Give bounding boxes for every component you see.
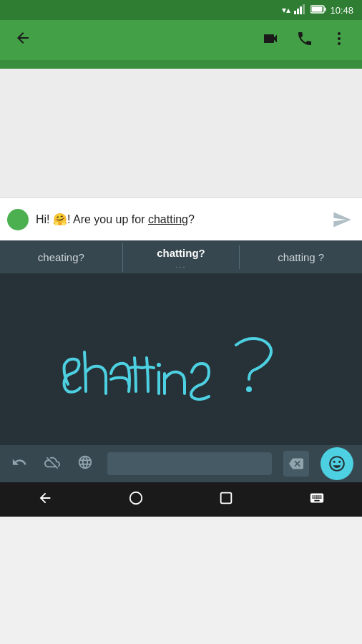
nav-recents-button[interactable] (204, 484, 248, 514)
svg-point-11 (246, 386, 252, 392)
svg-point-12 (130, 492, 142, 504)
svg-rect-6 (312, 6, 323, 11)
svg-rect-3 (303, 4, 305, 14)
autocomplete-dots: ... (175, 260, 186, 269)
handwriting-area[interactable] (0, 273, 362, 445)
autocomplete-chatting[interactable]: chatting? (154, 245, 208, 260)
status-bar: ▾▴ 10:48 (0, 0, 362, 20)
handwriting-canvas (0, 273, 362, 445)
autocomplete-chatting-space[interactable]: chatting ? (240, 243, 362, 272)
svg-point-8 (338, 37, 341, 40)
status-time: 10:48 (330, 5, 353, 16)
send-button[interactable] (329, 207, 355, 233)
svg-point-10 (157, 363, 161, 367)
more-options-button[interactable] (325, 24, 353, 57)
contact-avatar (7, 209, 29, 230)
svg-point-9 (338, 42, 341, 45)
cloud-off-button[interactable] (41, 452, 63, 477)
globe-button[interactable] (74, 452, 96, 477)
message-underlined: chatting (148, 213, 188, 225)
svg-rect-2 (300, 6, 302, 14)
autocomplete-cheating[interactable]: cheating? (0, 243, 123, 272)
undo-button[interactable] (9, 452, 30, 477)
separator-bar (0, 60, 362, 69)
action-bar-icons (256, 24, 353, 57)
message-before: Hi! 🤗! Are you up for (36, 213, 148, 225)
nav-back-button[interactable] (23, 484, 67, 514)
svg-rect-0 (294, 11, 296, 14)
status-icons: ▾▴ 10:48 (282, 4, 353, 16)
svg-rect-13 (221, 493, 232, 504)
message-row: Hi! 🤗! Are you up for chatting? (0, 197, 362, 240)
nav-bar (0, 482, 362, 517)
phone-call-button[interactable] (290, 24, 319, 57)
video-call-button[interactable] (256, 24, 285, 57)
signal-icon (294, 4, 307, 16)
chat-area (0, 69, 362, 197)
svg-rect-5 (325, 7, 326, 11)
battery-icon (310, 5, 326, 16)
emoji-button[interactable] (321, 447, 353, 480)
svg-rect-1 (297, 9, 299, 14)
nav-home-button[interactable] (114, 484, 158, 514)
back-button[interactable] (9, 24, 37, 57)
action-bar (0, 20, 362, 60)
wifi-icon: ▾▴ (282, 5, 290, 15)
svg-point-7 (338, 32, 341, 35)
autocomplete-chatting-container[interactable]: chatting? ... (123, 245, 240, 269)
nav-keyboard-button[interactable] (295, 484, 339, 514)
autocomplete-bar: cheating? chatting? ... chatting ? (0, 240, 362, 273)
keyboard-toolbar (0, 445, 362, 482)
handwriting-input-bar (107, 452, 272, 475)
message-text: Hi! 🤗! Are you up for chatting? (36, 213, 322, 226)
delete-button[interactable] (283, 451, 309, 477)
message-after: ? (188, 213, 195, 225)
